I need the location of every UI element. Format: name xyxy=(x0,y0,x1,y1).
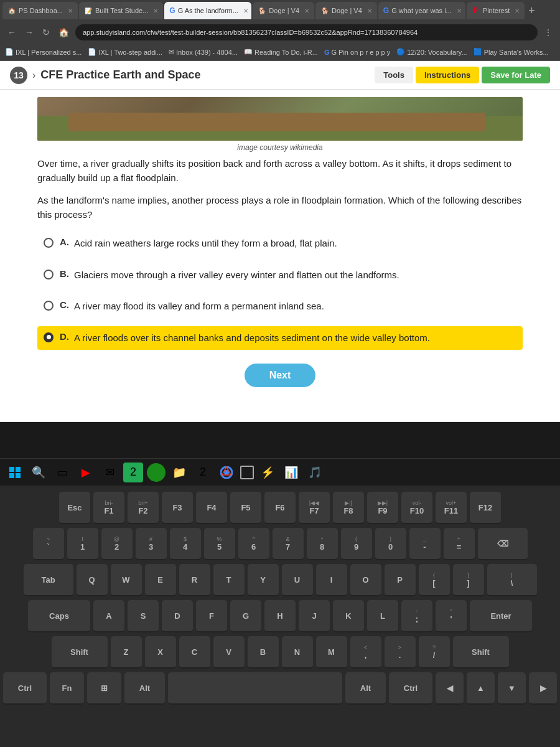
key-7[interactable]: &7 xyxy=(273,528,304,560)
key-f7[interactable]: |◀◀F7 xyxy=(299,492,330,524)
key-minus[interactable]: _- xyxy=(409,528,441,560)
key-space[interactable] xyxy=(168,672,342,705)
address-input[interactable]: app.studyisland.com/cfw/test/test-builde… xyxy=(75,24,538,40)
key-arrow-right[interactable]: ▶ xyxy=(529,672,557,705)
key-fn[interactable]: Fn xyxy=(50,672,84,705)
key-p[interactable]: P xyxy=(385,564,416,596)
taskbar-windows-icon[interactable] xyxy=(5,463,25,482)
bookmark-vocabulary[interactable]: 🔵 12/20: Vocabulary... xyxy=(396,48,467,56)
key-u[interactable]: U xyxy=(282,564,313,596)
key-t[interactable]: T xyxy=(213,564,245,596)
tab-close-btn[interactable]: ✕ xyxy=(457,7,462,14)
key-1[interactable]: !1 xyxy=(67,528,98,560)
key-f12[interactable]: F12 xyxy=(470,492,501,524)
key-f[interactable]: F xyxy=(196,600,227,632)
bookmark-pin[interactable]: G G Pin on p r e p p y xyxy=(324,49,390,56)
collapse-chevron[interactable]: › xyxy=(32,70,35,81)
tab-close-btn[interactable]: ✕ xyxy=(243,7,248,14)
key-a[interactable]: A xyxy=(93,600,124,632)
taskbar-green-icon[interactable] xyxy=(147,463,166,482)
next-button[interactable]: Next xyxy=(245,364,316,387)
key-2[interactable]: @2 xyxy=(101,528,133,560)
key-f5[interactable]: F5 xyxy=(230,492,261,524)
key-backspace[interactable]: ⌫ xyxy=(478,528,528,560)
key-m[interactable]: M xyxy=(316,636,347,669)
taskbar-app1-icon[interactable]: 2 xyxy=(123,463,143,482)
bookmark-reading[interactable]: 📖 Reading To Do, i-R... xyxy=(244,48,318,56)
key-slash[interactable]: ?/ xyxy=(419,636,450,669)
back-btn[interactable]: ← xyxy=(5,26,19,39)
tab-pinterest[interactable]: P Pinterest ✕ xyxy=(467,2,525,19)
key-f6[interactable]: F6 xyxy=(264,492,296,524)
taskbar-task-view-icon[interactable]: ▭ xyxy=(52,463,72,482)
key-n[interactable]: N xyxy=(282,636,313,669)
taskbar-cortana-icon[interactable]: 🔍 xyxy=(29,463,49,482)
key-arrow-down[interactable]: ▼ xyxy=(498,672,526,705)
key-6[interactable]: ^6 xyxy=(238,528,269,560)
key-esc[interactable]: Esc xyxy=(59,492,90,524)
key-g[interactable]: G xyxy=(230,600,261,632)
key-f1[interactable]: bri-F1 xyxy=(93,492,124,524)
key-j[interactable]: J xyxy=(299,600,330,632)
key-shift-l[interactable]: Shift xyxy=(52,636,108,669)
tools-button[interactable]: Tools xyxy=(375,67,413,83)
key-4[interactable]: $4 xyxy=(170,528,201,560)
taskbar-flash-icon[interactable]: ⚡ xyxy=(258,463,278,482)
key-i[interactable]: I xyxy=(316,564,347,596)
key-backslash[interactable]: |\ xyxy=(487,564,537,596)
taskbar-app2-icon[interactable]: 2 xyxy=(193,463,213,482)
key-ctrl-r[interactable]: Ctrl xyxy=(389,672,432,705)
extensions-btn[interactable]: ⋮ xyxy=(541,26,555,39)
new-tab-btn[interactable]: + xyxy=(526,4,538,17)
key-alt-l[interactable]: Alt xyxy=(124,672,165,705)
tab-close-btn[interactable]: ✕ xyxy=(304,7,309,14)
radio-c[interactable] xyxy=(44,301,54,311)
answer-option-a[interactable]: A. Acid rain weathers large rocks until … xyxy=(37,232,523,256)
reload-btn[interactable]: ↻ xyxy=(40,26,52,39)
taskbar-folder-icon[interactable]: 📁 xyxy=(169,463,189,482)
answer-option-c[interactable]: C. A river may flood its valley and form… xyxy=(37,294,523,319)
key-equals[interactable]: += xyxy=(444,528,475,560)
radio-d[interactable] xyxy=(44,332,54,342)
key-x[interactable]: X xyxy=(145,636,176,669)
key-b[interactable]: B xyxy=(248,636,279,669)
radio-b[interactable] xyxy=(44,270,54,280)
key-f3[interactable]: F3 xyxy=(162,492,193,524)
tab-doge2[interactable]: 🐕 Doge | V4 ✕ xyxy=(315,2,377,19)
key-enter[interactable]: Enter xyxy=(470,600,532,632)
tab-what-year[interactable]: G G what year was i... ✕ xyxy=(378,2,465,19)
tab-close-btn[interactable]: ✕ xyxy=(367,7,372,14)
key-0[interactable]: )0 xyxy=(375,528,406,560)
key-c[interactable]: C xyxy=(179,636,210,669)
taskbar-mail-icon[interactable]: ✉ xyxy=(100,463,119,482)
taskbar-music-icon[interactable]: 🎵 xyxy=(305,463,325,482)
key-ctrl-l[interactable]: Ctrl xyxy=(3,672,47,705)
taskbar-youtube-icon[interactable]: ▶ xyxy=(76,463,96,482)
key-5[interactable]: %5 xyxy=(204,528,235,560)
key-f11[interactable]: vol+F11 xyxy=(436,492,467,524)
tab-built-test[interactable]: 📝 Built Test Stude... ✕ xyxy=(79,2,163,19)
key-3[interactable]: #3 xyxy=(136,528,167,560)
key-l[interactable]: L xyxy=(367,600,398,632)
key-f4[interactable]: F4 xyxy=(196,492,227,524)
bookmark-play-santa[interactable]: 🟦 Play Santa's Works... xyxy=(474,48,549,56)
taskbar-table-icon[interactable]: 📊 xyxy=(281,463,301,482)
key-h[interactable]: H xyxy=(264,600,296,632)
taskbar-square-icon[interactable] xyxy=(240,466,254,479)
key-f10[interactable]: vol-F10 xyxy=(401,492,432,524)
key-semicolon[interactable]: :; xyxy=(401,600,432,632)
key-backtick[interactable]: ~` xyxy=(33,528,64,560)
key-o[interactable]: O xyxy=(350,564,381,596)
key-windows[interactable]: ⊞ xyxy=(87,672,121,705)
key-f8[interactable]: ▶||F8 xyxy=(333,492,364,524)
key-tab[interactable]: Tab xyxy=(24,564,73,596)
tab-close-btn[interactable]: ✕ xyxy=(153,7,158,14)
key-f9[interactable]: ▶▶|F9 xyxy=(367,492,398,524)
answer-option-d[interactable]: D. A river floods over its channel banks… xyxy=(37,326,523,350)
bookmark-inbox[interactable]: ✉ Inbox (439) - 4804... xyxy=(169,48,238,56)
answer-option-b[interactable]: B. Glaciers move through a river valley … xyxy=(37,263,523,288)
tab-ps-dashboard[interactable]: 🏠 PS Dashboa... ✕ xyxy=(2,2,78,19)
key-9[interactable]: (9 xyxy=(341,528,372,560)
key-v[interactable]: V xyxy=(213,636,245,669)
instructions-button[interactable]: Instructions xyxy=(416,67,479,83)
